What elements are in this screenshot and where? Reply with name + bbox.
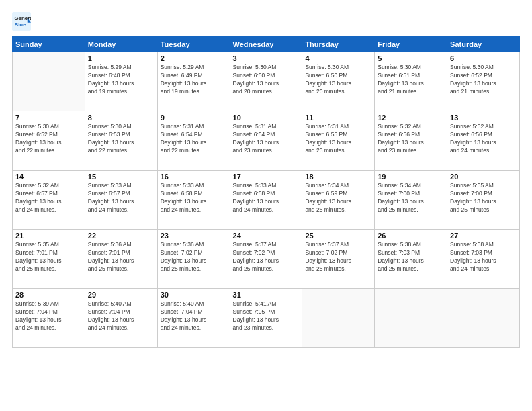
day-number: 18 (305, 173, 371, 181)
day-info: Sunrise: 5:33 AM Sunset: 6:57 PM Dayligh… (88, 182, 154, 214)
calendar-cell: 22Sunrise: 5:36 AM Sunset: 7:01 PM Dayli… (85, 230, 157, 289)
day-number: 24 (233, 232, 300, 240)
calendar-cell: 18Sunrise: 5:34 AM Sunset: 6:59 PM Dayli… (302, 171, 375, 230)
calendar-cell: 7Sunrise: 5:30 AM Sunset: 6:52 PM Daylig… (13, 111, 85, 171)
day-info: Sunrise: 5:31 AM Sunset: 6:55 PM Dayligh… (305, 123, 371, 155)
day-number: 3 (233, 54, 300, 62)
calendar-cell: 2Sunrise: 5:29 AM Sunset: 6:49 PM Daylig… (157, 52, 230, 111)
week-row-4: 28Sunrise: 5:39 AM Sunset: 7:04 PM Dayli… (13, 289, 520, 348)
week-row-0: 1Sunrise: 5:29 AM Sunset: 6:48 PM Daylig… (13, 52, 520, 111)
calendar-header: SundayMondayTuesdayWednesdayThursdayFrid… (13, 37, 520, 52)
day-header-tuesday: Tuesday (157, 37, 230, 52)
calendar-cell: 5Sunrise: 5:30 AM Sunset: 6:51 PM Daylig… (375, 52, 447, 111)
page: General Blue SundayMondayTuesdayWednesda… (0, 0, 532, 411)
calendar-cell: 16Sunrise: 5:33 AM Sunset: 6:58 PM Dayli… (157, 171, 230, 230)
day-number: 28 (15, 291, 82, 299)
day-number: 26 (378, 232, 444, 240)
day-number: 29 (88, 291, 154, 299)
day-info: Sunrise: 5:32 AM Sunset: 6:56 PM Dayligh… (378, 123, 444, 155)
week-row-3: 21Sunrise: 5:35 AM Sunset: 7:01 PM Dayli… (13, 230, 520, 289)
day-info: Sunrise: 5:30 AM Sunset: 6:51 PM Dayligh… (378, 64, 444, 96)
day-info: Sunrise: 5:41 AM Sunset: 7:05 PM Dayligh… (233, 300, 300, 332)
calendar-cell (302, 289, 375, 348)
day-number: 21 (15, 232, 82, 240)
calendar-cell: 11Sunrise: 5:31 AM Sunset: 6:55 PM Dayli… (302, 111, 375, 171)
day-number: 23 (161, 232, 227, 240)
day-number: 10 (233, 113, 300, 122)
day-info: Sunrise: 5:38 AM Sunset: 7:03 PM Dayligh… (450, 241, 517, 273)
week-row-1: 7Sunrise: 5:30 AM Sunset: 6:52 PM Daylig… (13, 111, 520, 171)
day-number: 9 (161, 113, 227, 122)
calendar-cell (375, 289, 447, 348)
calendar-body: 1Sunrise: 5:29 AM Sunset: 6:48 PM Daylig… (13, 52, 520, 348)
day-number: 19 (378, 173, 444, 181)
day-info: Sunrise: 5:40 AM Sunset: 7:04 PM Dayligh… (161, 300, 227, 332)
calendar-cell: 19Sunrise: 5:34 AM Sunset: 7:00 PM Dayli… (375, 171, 447, 230)
calendar-cell: 14Sunrise: 5:32 AM Sunset: 6:57 PM Dayli… (13, 171, 85, 230)
day-number: 30 (161, 291, 227, 299)
day-header-friday: Friday (375, 37, 447, 52)
day-number: 11 (305, 113, 371, 122)
day-info: Sunrise: 5:37 AM Sunset: 7:02 PM Dayligh… (233, 241, 300, 273)
day-number: 5 (378, 54, 444, 62)
calendar-cell: 31Sunrise: 5:41 AM Sunset: 7:05 PM Dayli… (230, 289, 302, 348)
calendar-cell: 27Sunrise: 5:38 AM Sunset: 7:03 PM Dayli… (447, 230, 520, 289)
week-row-2: 14Sunrise: 5:32 AM Sunset: 6:57 PM Dayli… (13, 171, 520, 230)
logo-icon: General Blue (12, 12, 31, 31)
day-number: 20 (450, 173, 517, 181)
day-info: Sunrise: 5:40 AM Sunset: 7:04 PM Dayligh… (88, 300, 154, 332)
day-number: 7 (15, 113, 82, 122)
day-info: Sunrise: 5:32 AM Sunset: 6:57 PM Dayligh… (15, 182, 82, 214)
day-number: 4 (305, 54, 371, 62)
calendar-cell: 24Sunrise: 5:37 AM Sunset: 7:02 PM Dayli… (230, 230, 302, 289)
calendar-cell (13, 52, 85, 111)
day-info: Sunrise: 5:37 AM Sunset: 7:02 PM Dayligh… (305, 241, 371, 273)
calendar-cell: 8Sunrise: 5:30 AM Sunset: 6:53 PM Daylig… (85, 111, 157, 171)
calendar-cell: 6Sunrise: 5:30 AM Sunset: 6:52 PM Daylig… (447, 52, 520, 111)
day-info: Sunrise: 5:29 AM Sunset: 6:49 PM Dayligh… (161, 64, 227, 96)
day-info: Sunrise: 5:30 AM Sunset: 6:50 PM Dayligh… (305, 64, 371, 96)
day-headers-row: SundayMondayTuesdayWednesdayThursdayFrid… (13, 37, 520, 52)
day-number: 2 (161, 54, 227, 62)
day-number: 25 (305, 232, 371, 240)
day-info: Sunrise: 5:31 AM Sunset: 6:54 PM Dayligh… (233, 123, 300, 155)
day-number: 12 (378, 113, 444, 122)
day-info: Sunrise: 5:30 AM Sunset: 6:50 PM Dayligh… (233, 64, 300, 96)
day-number: 15 (88, 173, 154, 181)
calendar-cell: 10Sunrise: 5:31 AM Sunset: 6:54 PM Dayli… (230, 111, 302, 171)
day-info: Sunrise: 5:33 AM Sunset: 6:58 PM Dayligh… (161, 182, 227, 214)
day-header-wednesday: Wednesday (230, 37, 302, 52)
day-number: 6 (450, 54, 517, 62)
day-number: 13 (450, 113, 517, 122)
day-info: Sunrise: 5:39 AM Sunset: 7:04 PM Dayligh… (15, 300, 82, 332)
day-info: Sunrise: 5:31 AM Sunset: 6:54 PM Dayligh… (161, 123, 227, 155)
day-number: 14 (15, 173, 82, 181)
day-info: Sunrise: 5:36 AM Sunset: 7:01 PM Dayligh… (88, 241, 154, 273)
calendar-cell: 17Sunrise: 5:33 AM Sunset: 6:58 PM Dayli… (230, 171, 302, 230)
calendar-cell: 30Sunrise: 5:40 AM Sunset: 7:04 PM Dayli… (157, 289, 230, 348)
day-info: Sunrise: 5:38 AM Sunset: 7:03 PM Dayligh… (378, 241, 444, 273)
day-number: 22 (88, 232, 154, 240)
day-info: Sunrise: 5:32 AM Sunset: 6:56 PM Dayligh… (450, 123, 517, 155)
calendar-cell: 23Sunrise: 5:36 AM Sunset: 7:02 PM Dayli… (157, 230, 230, 289)
day-number: 8 (88, 113, 154, 122)
day-info: Sunrise: 5:30 AM Sunset: 6:52 PM Dayligh… (450, 64, 517, 96)
calendar-cell: 9Sunrise: 5:31 AM Sunset: 6:54 PM Daylig… (157, 111, 230, 171)
logo: General Blue (12, 12, 34, 31)
day-info: Sunrise: 5:34 AM Sunset: 6:59 PM Dayligh… (305, 182, 371, 214)
calendar-cell: 12Sunrise: 5:32 AM Sunset: 6:56 PM Dayli… (375, 111, 447, 171)
calendar-cell (447, 289, 520, 348)
day-number: 31 (233, 291, 300, 299)
day-header-saturday: Saturday (447, 37, 520, 52)
calendar-table: SundayMondayTuesdayWednesdayThursdayFrid… (12, 36, 520, 348)
day-number: 27 (450, 232, 517, 240)
calendar-cell: 3Sunrise: 5:30 AM Sunset: 6:50 PM Daylig… (230, 52, 302, 111)
day-info: Sunrise: 5:29 AM Sunset: 6:48 PM Dayligh… (88, 64, 154, 96)
header: General Blue (12, 12, 520, 31)
day-header-monday: Monday (85, 37, 157, 52)
day-info: Sunrise: 5:33 AM Sunset: 6:58 PM Dayligh… (233, 182, 300, 214)
calendar-cell: 20Sunrise: 5:35 AM Sunset: 7:00 PM Dayli… (447, 171, 520, 230)
day-info: Sunrise: 5:30 AM Sunset: 6:53 PM Dayligh… (88, 123, 154, 155)
day-header-sunday: Sunday (13, 37, 85, 52)
day-number: 17 (233, 173, 300, 181)
